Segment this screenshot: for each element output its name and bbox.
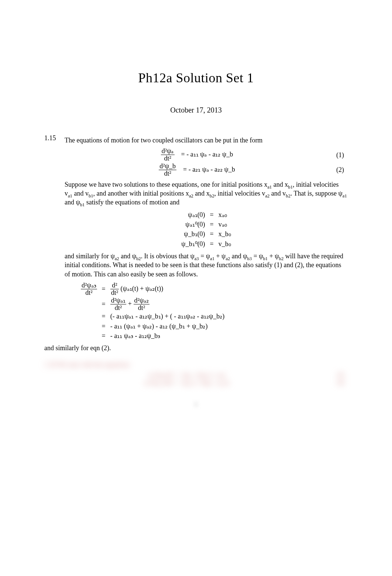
document-date: October 17, 2013 — [44, 106, 348, 114]
blurred-eq4-tag: (4) — [329, 379, 348, 386]
problem-number: 1.15 — [44, 133, 65, 356]
blurred-upsell-region: 1.18 We start with the equations m d²ψₐ/… — [44, 361, 348, 408]
intro-text: The equations of motion for two coupled … — [65, 136, 348, 145]
eq1-lhs-fraction: d²ψₐ dt² — [161, 148, 175, 162]
page-title: Ph12a Solution Set 1 — [44, 70, 348, 86]
document-page: Ph12a Solution Set 1 October 17, 2013 1.… — [0, 0, 392, 422]
blurred-eq4: m d²ψ_b/dt² = - kψ_b + k(ψₐ - ψ_b) — [44, 379, 329, 386]
eq2-rhs: = - a₂₁ ψₐ - a₂₂ ψ_b — [183, 166, 235, 173]
paragraph-obvious: and similarly for ψa2 and ψb2. It is obv… — [65, 252, 348, 279]
blurred-eq3-tag: (3) — [329, 372, 348, 378]
eq1-rhs: = - a₁₁ ψₐ - a₁₂ ψ_b — [181, 151, 233, 158]
blurred-eq3: m d²ψₐ/dt² = - kψₐ + k(ψ_b - ψₐ) — [44, 372, 329, 379]
closing-text: and similarly for eqn (2). — [44, 344, 348, 352]
problem-1-15: 1.15 The equations of motion for two cou… — [44, 133, 348, 356]
page-number: 1 — [44, 401, 348, 408]
eq2-lhs-fraction: d²ψ_b dt² — [159, 163, 176, 177]
paragraph-solutions: Suppose we have two solutions to these e… — [65, 180, 348, 207]
initial-conditions: ψₐ₁(0)=xₐ₀ ψₐ₁⁰(0)=vₐ₀ ψ_b₁(0)=x_b₀ ψ_b₁… — [180, 210, 232, 249]
equation-2: d²ψ_b dt² = - a₂₁ ψₐ - a₂₂ ψ_b (2) — [65, 163, 348, 177]
blurred-lead: 1.18 We start with the equations — [44, 361, 348, 369]
eq1-tag: (1) — [329, 151, 348, 159]
equation-1: d²ψₐ dt² = - a₁₁ ψₐ - a₁₂ ψ_b (1) — [65, 148, 348, 162]
blurred-content: 1.18 We start with the equations m d²ψₐ/… — [44, 361, 348, 386]
problem-body: The equations of motion for two coupled … — [65, 133, 348, 356]
derivation-block: d²ψₐ₃dt² = d²dt² (ψₐ₁(t) + ψₐ₂(t)) = d²ψ… — [79, 282, 226, 341]
eq2-tag: (2) — [329, 165, 348, 174]
